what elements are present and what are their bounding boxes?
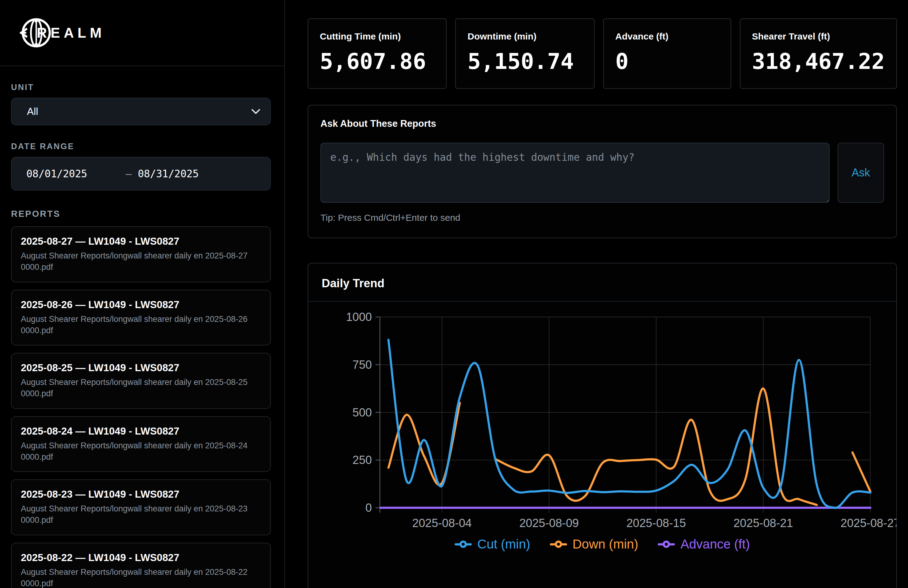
reports-label: REPORTS [11,209,271,219]
main-content: Cutting Time (min) 5,607.86 Downtime (mi… [285,0,908,588]
ask-question-input[interactable] [320,143,829,203]
legend-item[interactable]: Down (min) [550,537,638,551]
report-title: 2025-08-26 — LW1049 - LWS0827 [21,299,261,310]
report-subtitle: August Shearer Reports/longwall shearer … [21,567,261,588]
legend-label: Down (min) [573,537,638,551]
legend-line-icon [550,540,567,548]
stat-value: 318,467.22 [752,48,885,74]
report-card[interactable]: 2025-08-22 — LW1049 - LWS0827August Shea… [11,543,271,588]
chevron-down-icon [251,109,261,114]
x-tick-label: 2025-08-15 [626,517,686,530]
report-title: 2025-08-23 — LW1049 - LWS0827 [21,488,261,500]
ask-input-row: Ask [320,143,884,203]
panel-divider [308,301,896,302]
app-root: REALM UNIT All DATE RANGE – REPORTS 2025… [0,0,908,588]
legend-label: Advance (ft) [680,537,750,551]
daily-trend-chart[interactable]: 025050075010002025-08-042025-08-092025-0… [308,304,896,532]
legend-line-icon [658,540,675,548]
report-card[interactable]: 2025-08-24 — LW1049 - LWS0827August Shea… [11,416,271,472]
report-card[interactable]: 2025-08-23 — LW1049 - LWS0827August Shea… [11,479,271,535]
report-subtitle: August Shearer Reports/longwall shearer … [21,250,261,273]
report-card[interactable]: 2025-08-27 — LW1049 - LWS0827August Shea… [11,227,271,282]
legend-line-icon [455,540,472,548]
legend-label: Cut (min) [477,537,530,551]
y-tick-label: 500 [353,406,372,419]
stat-value: 5,150.74 [467,48,582,74]
logo: REALM [0,0,284,66]
date-separator: – [126,168,132,180]
series-line-cut-min- [388,340,870,508]
report-subtitle: August Shearer Reports/longwall shearer … [21,377,261,400]
report-card[interactable]: 2025-08-26 — LW1049 - LWS0827August Shea… [11,290,271,346]
reports-list: 2025-08-27 — LW1049 - LWS0827August Shea… [11,227,271,588]
x-tick-label: 2025-08-27 [840,517,896,530]
daily-trend-panel: Daily Trend 025050075010002025-08-042025… [307,263,897,588]
stat-card-downtime: Downtime (min) 5,150.74 [455,18,594,89]
unit-select-value: All [27,106,38,117]
y-tick-label: 750 [353,358,372,371]
stat-value: 0 [615,48,719,74]
report-title: 2025-08-24 — LW1049 - LWS0827 [21,426,261,437]
date-range-label: DATE RANGE [11,142,271,151]
logo-wordmark: REALM [37,24,105,41]
ask-button[interactable]: Ask [837,143,884,203]
ask-panel: Ask About These Reports Ask Tip: Press C… [307,105,897,238]
y-tick-label: 0 [365,501,372,514]
stat-card-advance: Advance (ft) 0 [603,18,731,89]
stat-label: Advance (ft) [615,31,719,42]
stat-value: 5,607.86 [320,48,435,74]
x-tick-label: 2025-08-04 [412,517,472,530]
report-subtitle: August Shearer Reports/longwall shearer … [21,503,261,526]
date-to-input[interactable] [138,168,235,180]
report-title: 2025-08-27 — LW1049 - LWS0827 [21,236,261,247]
unit-label: UNIT [11,83,271,92]
y-tick-label: 1000 [346,310,372,323]
x-tick-label: 2025-08-21 [733,517,793,530]
report-title: 2025-08-22 — LW1049 - LWS0827 [21,552,261,564]
date-from-input[interactable] [26,168,124,180]
y-tick-label: 250 [353,453,372,466]
report-subtitle: August Shearer Reports/longwall shearer … [21,440,261,463]
stat-label: Cutting Time (min) [320,31,435,42]
x-tick-label: 2025-08-09 [519,517,579,530]
unit-select[interactable]: All [11,98,271,125]
legend-item[interactable]: Cut (min) [455,537,530,551]
report-subtitle: August Shearer Reports/longwall shearer … [21,313,261,337]
stat-label: Shearer Travel (ft) [752,31,885,42]
ask-tip-text: Tip: Press Cmd/Ctrl+Enter to send [320,212,884,223]
chart-legend: Cut (min)Down (min)Advance (ft) [308,537,896,551]
date-range-picker: – [11,157,271,191]
report-title: 2025-08-25 — LW1049 - LWS0827 [21,362,261,374]
sidebar: REALM UNIT All DATE RANGE – REPORTS 2025… [0,0,285,588]
stat-card-shearer-travel: Shearer Travel (ft) 318,467.22 [740,18,897,89]
stat-label: Downtime (min) [467,31,582,42]
report-card[interactable]: 2025-08-25 — LW1049 - LWS0827August Shea… [11,353,271,409]
series-line-down-min- [853,452,870,492]
legend-item[interactable]: Advance (ft) [658,537,750,551]
stat-card-cutting-time: Cutting Time (min) 5,607.86 [307,18,447,89]
daily-trend-title: Daily Trend [308,277,896,290]
stats-row: Cutting Time (min) 5,607.86 Downtime (mi… [307,18,897,89]
ask-panel-title: Ask About These Reports [320,118,884,129]
